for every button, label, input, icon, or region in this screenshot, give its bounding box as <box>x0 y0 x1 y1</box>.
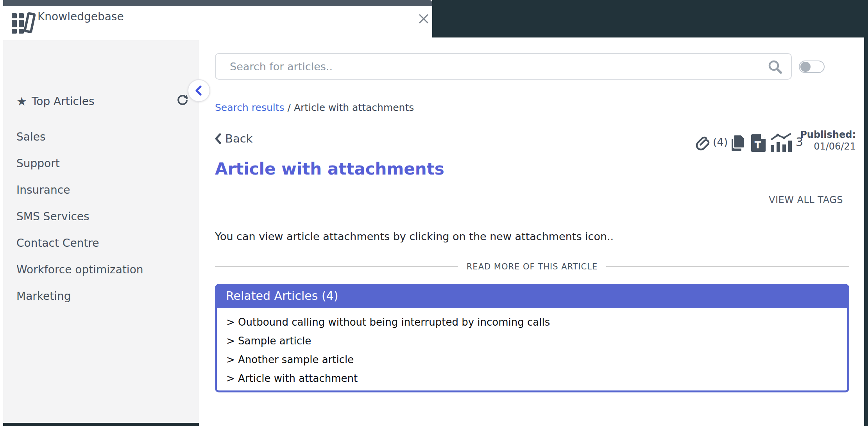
article-title: Article with attachments <box>215 159 444 178</box>
related-articles-list: > Outbound calling without being interru… <box>215 308 849 392</box>
related-articles-panel: Related Articles (4) > Outbound calling … <box>215 284 849 392</box>
sidebar-item-workforce-optimization[interactable]: Workforce optimization <box>16 263 143 276</box>
attachments-count: (4) <box>713 136 728 148</box>
divider-line-right <box>606 266 849 267</box>
published-date: 01/06/21 <box>797 141 856 152</box>
sidebar-item-insurance[interactable]: Insurance <box>16 184 70 196</box>
related-articles-header: Related Articles (4) <box>215 284 849 308</box>
sidebar: ★ Top Articles Sales Support Insurance S… <box>3 40 199 423</box>
article-body-text: You can view article attachments by clic… <box>215 230 614 242</box>
window-top-strip <box>3 0 432 6</box>
related-article-link[interactable]: > Sample article <box>226 332 847 350</box>
analytics-chart-icon[interactable] <box>770 133 793 152</box>
page-background-bottom-edge <box>3 423 199 426</box>
breadcrumb-link-search-results[interactable]: Search results <box>215 102 285 113</box>
read-more-label[interactable]: READ MORE OF THIS ARTICLE <box>467 262 598 271</box>
view-all-tags-button[interactable]: VIEW ALL TAGS <box>726 194 843 205</box>
related-article-link[interactable]: > Another sample article <box>226 350 847 369</box>
close-icon[interactable] <box>417 12 431 26</box>
page-background-right-edge <box>864 37 868 426</box>
svg-text:T: T <box>755 140 761 151</box>
divider-line-left <box>215 266 458 267</box>
breadcrumb-separator: / <box>285 102 294 113</box>
sidebar-header-label: Top Articles <box>32 95 95 108</box>
sidebar-collapse-button[interactable] <box>188 79 210 102</box>
breadcrumb: Search results / Article with attachment… <box>215 102 414 113</box>
copy-icon[interactable] <box>729 134 747 152</box>
sidebar-item-sales[interactable]: Sales <box>16 130 46 143</box>
sidebar-item-sms-services[interactable]: SMS Services <box>16 210 89 223</box>
search-icon[interactable] <box>767 59 783 75</box>
published-label: Published: <box>797 129 856 141</box>
breadcrumb-current: Article with attachments <box>294 102 414 113</box>
read-more-divider: READ MORE OF THIS ARTICLE <box>215 260 849 273</box>
sidebar-header: ★ Top Articles <box>16 95 188 108</box>
app-title: Knowledgebase <box>38 10 124 23</box>
star-icon: ★ <box>16 96 27 107</box>
related-article-link[interactable]: > Outbound calling without being interru… <box>226 313 847 332</box>
page-background-block <box>432 0 868 37</box>
text-document-icon[interactable]: T <box>750 134 767 152</box>
widget-header: Knowledgebase <box>3 6 432 37</box>
books-icon <box>12 11 37 34</box>
toggle-knob <box>800 62 811 72</box>
knowledgebase-widget: Knowledgebase ★ Top Articles Sales Suppo… <box>0 0 868 426</box>
published-block: Published: 01/06/21 <box>797 129 856 152</box>
related-article-link[interactable]: > Article with attachment <box>226 369 847 388</box>
sidebar-item-contact-centre[interactable]: Contact Centre <box>16 237 99 250</box>
paperclip-icon[interactable] <box>693 134 712 152</box>
back-button[interactable]: Back <box>215 132 252 145</box>
search-input[interactable] <box>215 53 792 80</box>
chevron-left-collapse-icon <box>194 85 204 96</box>
back-chevron-icon <box>215 133 221 144</box>
refresh-icon[interactable] <box>176 94 189 107</box>
back-label: Back <box>225 132 252 145</box>
toggle-switch[interactable] <box>799 61 825 73</box>
sidebar-item-support[interactable]: Support <box>16 157 60 170</box>
sidebar-item-marketing[interactable]: Marketing <box>16 290 71 303</box>
